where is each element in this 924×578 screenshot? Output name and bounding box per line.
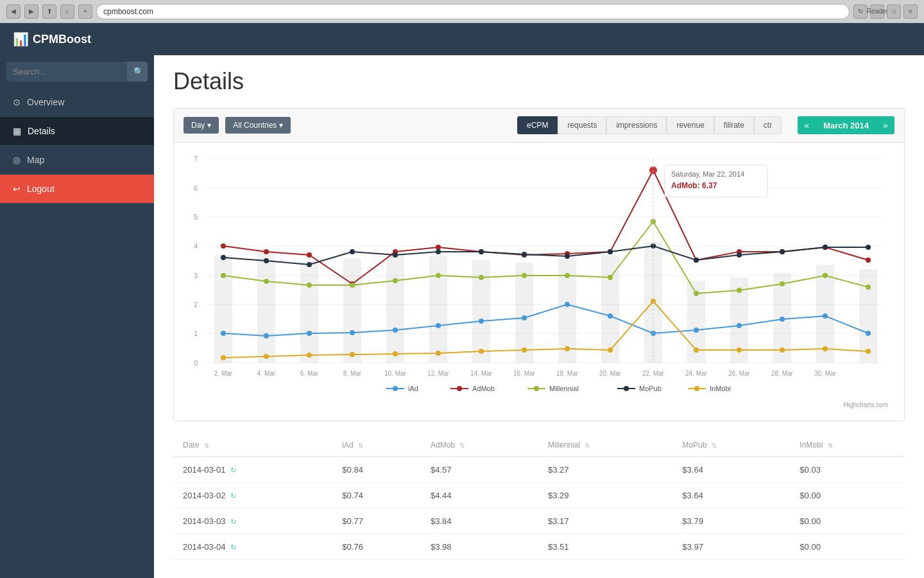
svg-point-94 xyxy=(823,245,828,250)
svg-point-84 xyxy=(393,252,398,258)
refresh-icon[interactable]: ↻ xyxy=(230,518,236,525)
svg-point-69 xyxy=(436,273,441,278)
svg-point-85 xyxy=(436,249,441,254)
metric-tab-ecpm[interactable]: eCPM xyxy=(517,116,558,134)
table-header-row: Date ⇅ iAd ⇅ AdMob ⇅ Millennial ⇅ MoPub … xyxy=(173,434,905,457)
metric-tab-requests[interactable]: requests xyxy=(558,116,606,134)
bars xyxy=(214,242,877,363)
cell-inmobi: $0.03 xyxy=(790,457,905,483)
new-tab-btn[interactable]: + xyxy=(78,4,92,19)
svg-text:8. Mar: 8. Mar xyxy=(343,370,362,377)
bookmark-btn[interactable]: ☆ xyxy=(887,4,901,19)
refresh-btn[interactable]: ↻ xyxy=(853,4,868,19)
reader-btn[interactable]: Reader xyxy=(870,4,884,19)
svg-point-92 xyxy=(737,252,742,258)
app-logo: 📊 CPMBoost xyxy=(13,31,91,47)
overview-icon: ⊙ xyxy=(13,97,21,107)
metric-tab-fillrate[interactable]: fillrate xyxy=(714,116,754,134)
metric-tab-ctr[interactable]: ctr xyxy=(754,116,782,134)
svg-text:14. Mar: 14. Mar xyxy=(470,370,493,377)
x-axis: 2. Mar 4. Mar 6. Mar 8. Mar 10. Mar 12. … xyxy=(214,370,837,377)
svg-point-107 xyxy=(694,347,699,353)
search-button[interactable]: 🔍 xyxy=(127,62,148,82)
logo-icon: 📊 xyxy=(13,31,29,47)
svg-point-102 xyxy=(479,349,484,354)
countries-button[interactable]: All Countries ▾ xyxy=(225,117,291,134)
svg-point-110 xyxy=(823,346,828,351)
metric-tab-impressions[interactable]: impressions xyxy=(606,116,667,134)
svg-text:5: 5 xyxy=(194,213,198,221)
sort-icon-admob: ⇅ xyxy=(459,442,465,449)
prev-month-btn[interactable]: « xyxy=(798,116,816,134)
svg-text:2. Mar: 2. Mar xyxy=(214,370,233,377)
svg-point-87 xyxy=(522,252,527,257)
cell-inmobi: $0.00 xyxy=(790,509,905,534)
cell-iad: $0.76 xyxy=(332,534,421,560)
sidebar-item-details[interactable]: ▦Details xyxy=(0,117,154,146)
forward-btn[interactable]: ▶ xyxy=(24,4,38,19)
svg-point-36 xyxy=(393,328,398,333)
table-row: 2014-03-03 ↻ $0.77 $3.84 $3.17 $3.79 $0.… xyxy=(173,509,905,534)
refresh-icon[interactable]: ↻ xyxy=(230,466,236,474)
metric-tab-revenue[interactable]: revenue xyxy=(667,116,714,134)
table-row: 2014-03-02 ↻ $0.74 $4.44 $3.29 $3.64 $0.… xyxy=(173,483,905,509)
cell-date: 2014-03-03 ↻ xyxy=(173,509,332,534)
month-nav: « March 2014 » xyxy=(798,116,894,134)
next-month-btn[interactable]: » xyxy=(877,116,894,134)
search-input[interactable] xyxy=(6,62,127,82)
col-millennial[interactable]: Millennial ⇅ xyxy=(538,434,672,457)
metric-tabs: eCPMrequestsimpressionsrevenuefillratect… xyxy=(517,116,782,134)
cell-admob: $4.57 xyxy=(421,457,538,483)
mopub-line xyxy=(223,246,868,265)
refresh-icon[interactable]: ↻ xyxy=(230,492,236,500)
highcharts-credit: Highcharts.com xyxy=(184,399,894,411)
sidebar-item-logout[interactable]: ↩Logout xyxy=(0,175,154,204)
svg-point-78 xyxy=(823,273,828,278)
sidebar-label-map: Map xyxy=(27,155,44,165)
svg-point-97 xyxy=(264,354,269,359)
cell-millennial: $3.51 xyxy=(538,534,672,560)
svg-rect-18 xyxy=(300,261,318,363)
svg-point-45 xyxy=(780,317,785,322)
col-admob[interactable]: AdMob ⇅ xyxy=(421,434,538,457)
share-btn[interactable]: ⬆ xyxy=(42,4,56,19)
svg-point-53 xyxy=(436,245,441,250)
svg-point-93 xyxy=(780,249,785,254)
svg-point-77 xyxy=(780,281,785,286)
url-bar[interactable]: cpmboost.com xyxy=(96,4,850,19)
chart-legend: iAd AdMob Millennial MoPub xyxy=(386,385,731,392)
cell-admob: $4.44 xyxy=(421,483,538,509)
svg-rect-25 xyxy=(601,255,619,363)
col-iad[interactable]: iAd ⇅ xyxy=(332,434,421,457)
menu-btn[interactable]: ≡ xyxy=(903,4,918,19)
cell-inmobi: $0.00 xyxy=(790,483,905,509)
day-button[interactable]: Day ▾ xyxy=(184,117,219,134)
col-date[interactable]: Date ⇅ xyxy=(173,434,332,457)
sort-icon-millennial: ⇅ xyxy=(585,442,590,449)
chart-area: 7 6 5 4 3 2 1 xyxy=(174,143,904,421)
svg-point-70 xyxy=(479,275,484,280)
svg-point-99 xyxy=(350,352,355,357)
svg-point-38 xyxy=(479,319,484,324)
col-mopub[interactable]: MoPub ⇅ xyxy=(672,434,790,457)
app-header: 📊 CPMBoost xyxy=(0,23,924,55)
sidebar-item-overview[interactable]: ⊙Overview xyxy=(0,88,154,117)
svg-point-86 xyxy=(479,249,484,254)
sort-icon-iad: ⇅ xyxy=(358,442,363,449)
refresh-icon[interactable]: ↻ xyxy=(230,543,236,551)
svg-point-103 xyxy=(522,347,527,353)
cell-millennial: $3.17 xyxy=(538,509,672,534)
home-btn[interactable]: ⌂ xyxy=(60,4,74,19)
sidebar-label-logout: Logout xyxy=(27,184,55,194)
back-btn[interactable]: ◀ xyxy=(6,4,21,19)
svg-text:2: 2 xyxy=(194,301,198,308)
sidebar-item-map[interactable]: ◎Map xyxy=(0,146,154,175)
cell-millennial: $3.27 xyxy=(538,457,672,483)
svg-text:24. Mar: 24. Mar xyxy=(685,370,708,377)
admob-line xyxy=(223,170,868,284)
cell-millennial: $3.29 xyxy=(538,483,672,509)
svg-point-34 xyxy=(307,331,312,336)
chart-svg: 7 6 5 4 3 2 1 xyxy=(184,152,889,396)
col-inmobi[interactable]: InMobi ⇅ xyxy=(790,434,905,457)
svg-point-111 xyxy=(866,349,871,354)
